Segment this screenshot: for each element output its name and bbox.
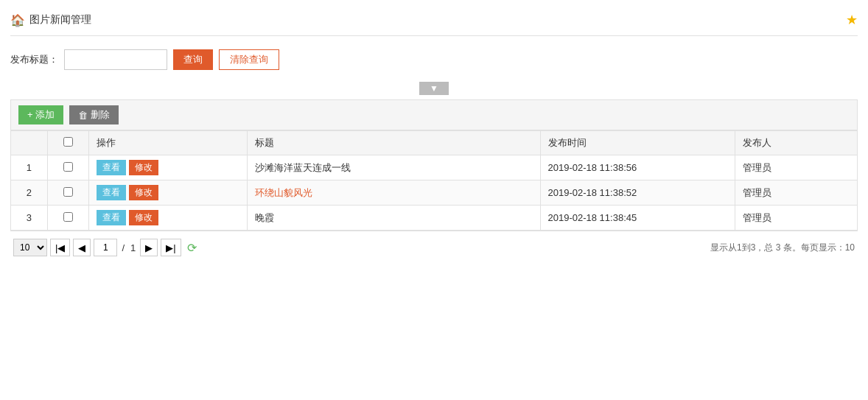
pagination-bar: 10 20 50 100 |◀ ◀ / 1 ▶ ▶| ⟳ 显示从1到3，总 3 …: [10, 231, 858, 259]
row-time: 2019-02-18 11:38:52: [540, 180, 735, 206]
row-author: 管理员: [735, 206, 858, 231]
row-author: 管理员: [735, 155, 858, 180]
col-header-check: [47, 131, 88, 155]
row-author: 管理员: [735, 180, 858, 206]
row-ops: 查看修改: [88, 206, 247, 231]
next-page-button[interactable]: ▶: [140, 239, 158, 256]
col-header-title: 标题: [248, 131, 540, 155]
table-row: 3查看修改晚霞2019-02-18 11:38:45管理员: [11, 206, 858, 231]
col-header-time: 发布时间: [540, 131, 735, 155]
clear-query-button[interactable]: 清除查询: [219, 49, 279, 70]
row-ops: 查看修改: [88, 155, 247, 180]
column-chooser-button[interactable]: ▼: [419, 82, 449, 95]
query-button[interactable]: 查询: [173, 49, 213, 70]
edit-button[interactable]: 修改: [129, 160, 158, 175]
page-separator: /: [120, 242, 126, 253]
row-title: 晚霞: [248, 206, 540, 231]
delete-button[interactable]: 🗑 删除: [69, 105, 119, 124]
pagination-left: 10 20 50 100 |◀ ◀ / 1 ▶ ▶| ⟳: [13, 239, 197, 256]
home-icon: 🏠: [10, 13, 25, 27]
refresh-icon[interactable]: ⟳: [187, 241, 197, 255]
row-title: 沙滩海洋蓝天连成一线: [248, 155, 540, 180]
row-num: 2: [11, 180, 48, 206]
col-header-ops: 操作: [88, 131, 247, 155]
row-num: 3: [11, 206, 48, 231]
table-header-row: 操作 标题 发布时间 发布人: [11, 131, 858, 155]
view-button[interactable]: 查看: [97, 210, 126, 225]
view-button[interactable]: 查看: [97, 185, 126, 200]
page-size-select[interactable]: 10 20 50 100: [13, 239, 47, 256]
edit-button[interactable]: 修改: [129, 185, 158, 200]
add-button[interactable]: + 添加: [18, 105, 63, 124]
edit-button[interactable]: 修改: [129, 210, 158, 225]
table-row: 2查看修改环绕山貌风光2019-02-18 11:38:52管理员: [11, 180, 858, 206]
row-checkbox[interactable]: [63, 187, 73, 197]
column-chooser-label: ▼: [430, 83, 438, 94]
page-number-input[interactable]: [94, 239, 117, 256]
row-title: 环绕山貌风光: [248, 180, 540, 206]
search-bar: 发布标题： 查询 清除查询: [10, 43, 858, 76]
search-input[interactable]: [64, 49, 167, 70]
row-checkbox[interactable]: [63, 212, 73, 222]
page-header: 🏠 图片新闻管理 ★: [10, 7, 858, 36]
star-icon[interactable]: ★: [846, 12, 858, 28]
delete-label: 删除: [91, 108, 110, 122]
col-header-num: [11, 131, 48, 155]
first-page-button[interactable]: |◀: [50, 239, 70, 256]
select-all-checkbox[interactable]: [63, 137, 73, 147]
row-checkbox-cell: [47, 180, 88, 206]
view-button[interactable]: 查看: [97, 160, 126, 175]
search-label: 发布标题：: [10, 53, 58, 66]
column-chooser-row: ▼: [10, 82, 858, 95]
total-pages: 1: [129, 242, 137, 253]
row-checkbox-cell: [47, 206, 88, 231]
row-ops: 查看修改: [88, 180, 247, 206]
col-header-author: 发布人: [735, 131, 858, 155]
table-row: 1查看修改沙滩海洋蓝天连成一线2019-02-18 11:38:56管理员: [11, 155, 858, 180]
trash-icon: 🗑: [78, 110, 88, 121]
page-title: 图片新闻管理: [29, 13, 91, 27]
row-checkbox[interactable]: [63, 162, 73, 172]
pagination-info: 显示从1到3，总 3 条。每页显示：10: [710, 242, 855, 254]
row-time: 2019-02-18 11:38:56: [540, 155, 735, 180]
prev-page-button[interactable]: ◀: [73, 239, 91, 256]
toolbar: + 添加 🗑 删除: [10, 99, 858, 130]
last-page-button[interactable]: ▶|: [161, 239, 181, 256]
row-time: 2019-02-18 11:38:45: [540, 206, 735, 231]
page-header-left: 🏠 图片新闻管理: [10, 13, 91, 27]
data-table: 操作 标题 发布时间 发布人 1查看修改沙滩海洋蓝天连成一线2019-02-18…: [10, 130, 858, 231]
row-checkbox-cell: [47, 155, 88, 180]
row-num: 1: [11, 155, 48, 180]
